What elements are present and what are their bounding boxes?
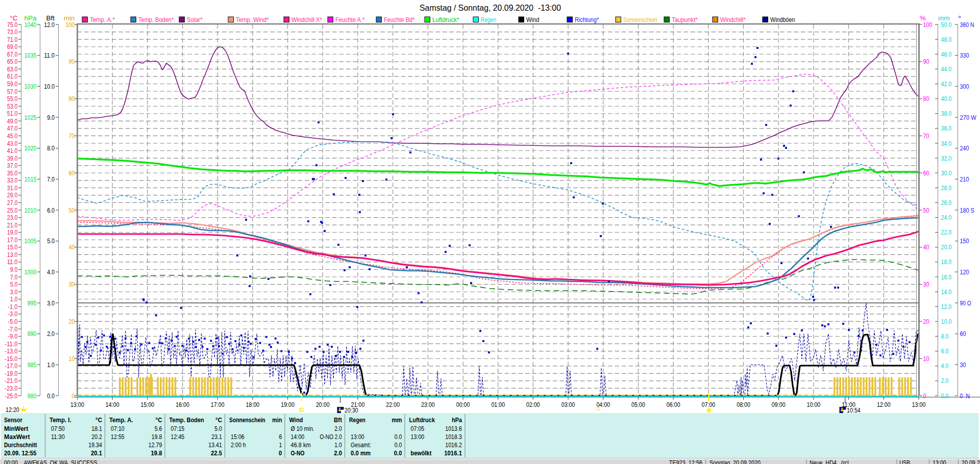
svg-text:25.0: 25.0: [7, 207, 18, 214]
svg-text:985: 985: [28, 361, 37, 369]
svg-text:90: 90: [69, 58, 75, 65]
svg-text:70: 70: [69, 132, 75, 140]
svg-text:60: 60: [960, 330, 966, 338]
svg-text:Luftdruck: Luftdruck: [409, 416, 435, 424]
svg-text:0 N: 0 N: [960, 392, 970, 400]
svg-text:12:45: 12:45: [171, 433, 185, 441]
svg-text:1000: 1000: [24, 268, 37, 276]
svg-text:40.0: 40.0: [941, 95, 952, 102]
svg-text:48.0: 48.0: [941, 36, 952, 43]
svg-text:mm: mm: [391, 416, 402, 424]
svg-text:19:00: 19:00: [281, 401, 295, 408]
svg-text:O-NO: O-NO: [291, 449, 305, 457]
svg-text:2.0: 2.0: [47, 330, 55, 338]
svg-text:15.0: 15.0: [7, 243, 18, 251]
svg-text:33.0: 33.0: [7, 176, 18, 184]
svg-text:20:00: 20:00: [316, 401, 330, 408]
svg-text:20.09.2020: 20.09.2020: [962, 459, 980, 464]
svg-text:36.0: 36.0: [941, 124, 952, 132]
svg-text:Windböen: Windböen: [770, 16, 795, 23]
svg-text:90 O: 90 O: [960, 299, 971, 307]
svg-text:29.0: 29.0: [7, 191, 18, 199]
svg-text:4.0: 4.0: [47, 268, 55, 276]
svg-text:1020: 1020: [24, 144, 37, 152]
svg-text:80: 80: [923, 95, 929, 102]
svg-text:0.0: 0.0: [47, 392, 55, 400]
svg-text:01:00: 01:00: [491, 401, 505, 408]
svg-text:08:00: 08:00: [737, 401, 750, 408]
svg-text:5.0: 5.0: [47, 237, 55, 245]
svg-text:°C: °C: [156, 416, 162, 424]
svg-text:2.0: 2.0: [334, 425, 342, 432]
svg-text:20: 20: [923, 318, 929, 325]
svg-text:46.0: 46.0: [941, 50, 952, 58]
svg-text:Gesamt:: Gesamt:: [351, 441, 371, 449]
svg-text:13:00: 13:00: [933, 459, 946, 464]
svg-text:-7.0: -7.0: [8, 325, 17, 333]
svg-text:1040: 1040: [24, 21, 37, 29]
svg-text:46.8 km: 46.8 km: [291, 441, 311, 449]
svg-text:00:00 AWEKAS OK WA SUCCES: 00:00 AWEKAS OK WA SUCCESS: [4, 459, 97, 464]
svg-text:38.0: 38.0: [941, 110, 952, 117]
svg-text:27.0: 27.0: [7, 199, 18, 207]
svg-text:Wind: Wind: [526, 16, 539, 23]
svg-text:17:00: 17:00: [211, 401, 225, 408]
svg-text:37.0: 37.0: [7, 162, 18, 169]
svg-text:Windchill X*: Windchill X*: [291, 16, 323, 23]
svg-text:-25.0: -25.0: [5, 392, 17, 400]
svg-text:1015: 1015: [24, 175, 37, 183]
svg-text:26.0: 26.0: [941, 199, 952, 207]
svg-text:1.0: 1.0: [334, 441, 342, 449]
svg-text:20.2: 20.2: [91, 433, 102, 441]
svg-text:Sensor: Sensor: [4, 416, 22, 424]
svg-text:1030: 1030: [24, 83, 37, 90]
svg-text:Sonnenschein: Sonnenschein: [623, 16, 657, 23]
svg-text:51.0: 51.0: [7, 110, 18, 117]
svg-text:3.0: 3.0: [47, 299, 55, 307]
svg-text:67.0: 67.0: [7, 50, 18, 58]
svg-text:12.0: 12.0: [44, 21, 55, 29]
svg-text:71.0: 71.0: [7, 36, 18, 43]
svg-text:Sonnenschein: Sonnenschein: [229, 416, 265, 424]
svg-text:Durchschnitt: Durchschnitt: [4, 441, 37, 449]
svg-text:-11.0: -11.0: [5, 340, 17, 348]
svg-text:0: 0: [923, 392, 926, 400]
svg-text:19.34: 19.34: [88, 441, 102, 449]
svg-text:-15.0: -15.0: [5, 355, 17, 363]
svg-text:63.0: 63.0: [7, 65, 18, 73]
svg-text:1013.6: 1013.6: [445, 425, 462, 432]
svg-text:MaxWert: MaxWert: [4, 433, 30, 441]
svg-text:Temp. A.: Temp. A.: [109, 416, 133, 424]
svg-text:Temp. Wind*: Temp. Wind*: [236, 16, 269, 23]
svg-text:Richtung*: Richtung*: [575, 16, 599, 23]
svg-text:02:00: 02:00: [526, 401, 540, 408]
svg-text:7.0: 7.0: [10, 273, 18, 281]
svg-text:8.0: 8.0: [941, 332, 949, 340]
svg-text:13:00: 13:00: [70, 401, 84, 408]
svg-text:18.0: 18.0: [941, 258, 952, 266]
svg-text:18.1: 18.1: [91, 425, 102, 432]
svg-text:23.0: 23.0: [7, 214, 18, 221]
svg-text:04:00: 04:00: [596, 401, 610, 408]
svg-text:-23.0: -23.0: [5, 384, 17, 392]
svg-text:10:54: 10:54: [847, 406, 861, 414]
svg-text:1018.3: 1018.3: [445, 433, 462, 441]
svg-text:15:06: 15:06: [231, 433, 244, 441]
svg-text:40: 40: [69, 243, 75, 251]
svg-text:120: 120: [960, 268, 969, 276]
svg-text:min: min: [272, 416, 282, 424]
svg-text:24.0: 24.0: [941, 214, 952, 221]
svg-text:Ø 10 min.: Ø 10 min.: [291, 425, 314, 432]
svg-text:14:00: 14:00: [106, 401, 119, 408]
svg-text:Temp. Boden*: Temp. Boden*: [138, 16, 174, 23]
svg-text:hPa: hPa: [452, 416, 462, 424]
svg-text:12:20: 12:20: [6, 406, 19, 414]
svg-text:0.0: 0.0: [395, 441, 402, 449]
svg-text:19.8: 19.8: [151, 449, 162, 457]
svg-text:-13.0: -13.0: [5, 347, 17, 355]
svg-text:55.0: 55.0: [7, 95, 18, 102]
svg-text:69.0: 69.0: [7, 43, 18, 50]
svg-text:10.0: 10.0: [941, 318, 952, 325]
svg-text:Sonntag 20.09.2020: Sonntag 20.09.2020: [709, 459, 761, 464]
svg-text:2.0: 2.0: [334, 449, 342, 457]
